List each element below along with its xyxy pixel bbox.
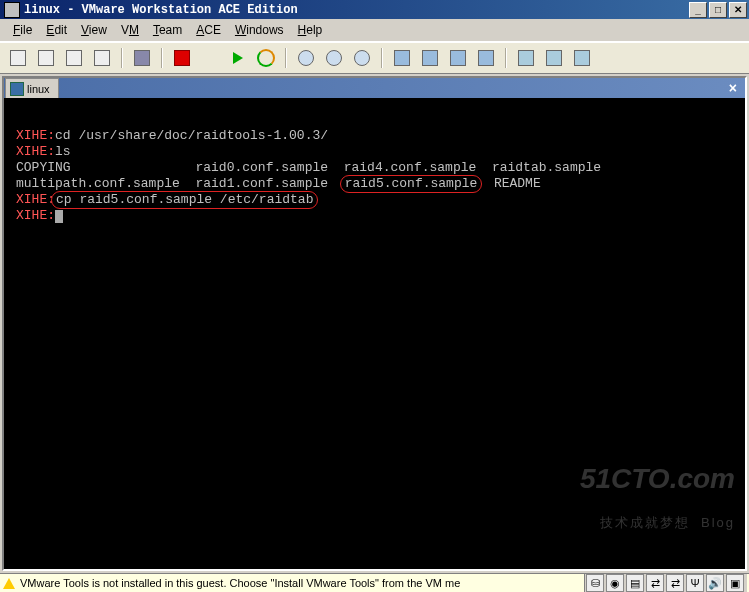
toolbar-sep bbox=[381, 48, 383, 68]
tray-nic2-icon[interactable]: ⇄ bbox=[666, 574, 684, 592]
menu-windows[interactable]: Windows bbox=[228, 21, 291, 39]
device-tray: ⛁ ◉ ▤ ⇄ ⇄ Ψ 🔊 ▣ bbox=[584, 574, 747, 592]
ls-output-row2: multipath.conf.sample raid1.conf.sample … bbox=[16, 176, 541, 191]
menu-view[interactable]: View bbox=[74, 21, 114, 39]
toolbar-btn-clock3[interactable] bbox=[350, 46, 374, 70]
menu-ace[interactable]: ACE bbox=[189, 21, 228, 39]
toolbar-btn-p1[interactable] bbox=[514, 46, 538, 70]
tray-hdd-icon[interactable]: ⛁ bbox=[586, 574, 604, 592]
titlebar: linux - VMware Workstation ACE Edition _… bbox=[0, 0, 749, 19]
toolbar-btn-view4[interactable] bbox=[474, 46, 498, 70]
warning-icon bbox=[2, 576, 16, 590]
menu-file[interactable]: File bbox=[6, 21, 39, 39]
toolbar-btn-reset[interactable] bbox=[254, 46, 278, 70]
vm-icon bbox=[10, 82, 24, 96]
command: ls bbox=[55, 144, 71, 159]
terminal-viewport[interactable]: XIHE:cd /usr/share/doc/raidtools-1.00.3/… bbox=[4, 98, 745, 569]
prompt: XIHE: bbox=[16, 192, 55, 207]
ls-output-row1: COPYING raid0.conf.sample raid4.conf.sam… bbox=[16, 160, 601, 175]
content-area: linux × XIHE:cd /usr/share/doc/raidtools… bbox=[2, 76, 747, 571]
tray-sound-icon[interactable]: 🔊 bbox=[706, 574, 724, 592]
tray-vm-icon[interactable]: ▣ bbox=[726, 574, 744, 592]
cursor bbox=[55, 210, 63, 223]
menubar: File Edit View VM Team ACE Windows Help bbox=[0, 19, 749, 42]
menu-team[interactable]: Team bbox=[146, 21, 189, 39]
app-icon bbox=[4, 2, 20, 18]
toolbar-btn-clock2[interactable] bbox=[322, 46, 346, 70]
tab-linux[interactable]: linux bbox=[5, 78, 59, 98]
toolbar-btn-3[interactable] bbox=[62, 46, 86, 70]
toolbar-sep bbox=[121, 48, 123, 68]
vm-tabbar: linux × bbox=[4, 78, 745, 98]
tray-usb-icon[interactable]: Ψ bbox=[686, 574, 704, 592]
tray-nic-icon[interactable]: ⇄ bbox=[646, 574, 664, 592]
toolbar-btn-p3[interactable] bbox=[570, 46, 594, 70]
toolbar-btn-2[interactable] bbox=[34, 46, 58, 70]
toolbar bbox=[0, 42, 749, 74]
maximize-button[interactable]: □ bbox=[709, 2, 727, 18]
toolbar-btn-pause[interactable] bbox=[198, 46, 222, 70]
toolbar-btn-snapshot[interactable] bbox=[130, 46, 154, 70]
status-text: VMware Tools is not installed in this gu… bbox=[20, 577, 460, 589]
menu-edit[interactable]: Edit bbox=[39, 21, 74, 39]
highlighted-command: cp raid5.conf.sample /etc/raidtab bbox=[51, 191, 318, 209]
tab-close-button[interactable]: × bbox=[725, 80, 741, 96]
toolbar-sep bbox=[161, 48, 163, 68]
toolbar-btn-clock1[interactable] bbox=[294, 46, 318, 70]
toolbar-sep bbox=[505, 48, 507, 68]
prompt: XIHE: bbox=[16, 144, 55, 159]
toolbar-sep bbox=[285, 48, 287, 68]
toolbar-btn-play[interactable] bbox=[226, 46, 250, 70]
toolbar-btn-4[interactable] bbox=[90, 46, 114, 70]
toolbar-btn-1[interactable] bbox=[6, 46, 30, 70]
toolbar-btn-stop[interactable] bbox=[170, 46, 194, 70]
highlighted-file: raid5.conf.sample bbox=[340, 175, 483, 193]
window-title: linux - VMware Workstation ACE Edition bbox=[24, 3, 298, 17]
prompt: XIHE: bbox=[16, 208, 55, 223]
toolbar-btn-p2[interactable] bbox=[542, 46, 566, 70]
watermark-logo: 51CTO.com bbox=[580, 471, 735, 487]
watermark-tagline: 技术成就梦想 Blog bbox=[580, 515, 735, 531]
prompt: XIHE: bbox=[16, 128, 55, 143]
watermark: 51CTO.com 技术成就梦想 Blog bbox=[580, 439, 735, 563]
menu-help[interactable]: Help bbox=[291, 21, 330, 39]
tray-cd-icon[interactable]: ◉ bbox=[606, 574, 624, 592]
toolbar-btn-view1[interactable] bbox=[390, 46, 414, 70]
minimize-button[interactable]: _ bbox=[689, 2, 707, 18]
statusbar: VMware Tools is not installed in this gu… bbox=[0, 573, 749, 592]
toolbar-btn-view3[interactable] bbox=[446, 46, 470, 70]
menu-vm[interactable]: VM bbox=[114, 21, 146, 39]
command: cd /usr/share/doc/raidtools-1.00.3/ bbox=[55, 128, 328, 143]
close-button[interactable]: ✕ bbox=[729, 2, 747, 18]
tab-label: linux bbox=[27, 83, 50, 95]
toolbar-btn-view2[interactable] bbox=[418, 46, 442, 70]
tray-floppy-icon[interactable]: ▤ bbox=[626, 574, 644, 592]
